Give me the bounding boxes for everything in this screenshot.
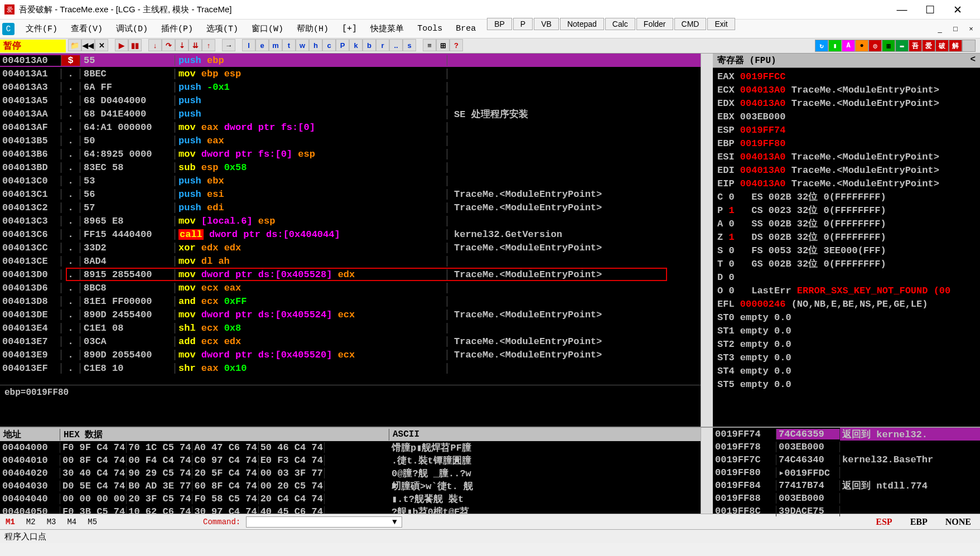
child-close-icon[interactable]: × bbox=[964, 22, 978, 36]
register-row[interactable]: EDI 004013A0 TraceMe.<ModuleEntryPoint> bbox=[717, 164, 976, 177]
disasm-row[interactable]: 004013D8.81E1 FF00000and ecx,0xFF bbox=[0, 294, 701, 308]
disasm-row[interactable]: 004013AF.64:A1 000000mov eax,dword ptr f… bbox=[0, 120, 701, 134]
disasm-row[interactable]: 004013A1.8BECmov ebp,esp bbox=[0, 67, 701, 80]
view-t[interactable]: t bbox=[282, 39, 296, 51]
dump-row[interactable]: 00404030D0 5E C4 74B0 AD 3E 7760 8F C4 7… bbox=[0, 480, 701, 492]
disasm-row[interactable]: 004013C6.FF15 4440400call dword ptr ds:[… bbox=[0, 228, 701, 241]
rewind-icon[interactable]: ◀◀ bbox=[81, 39, 95, 51]
rt-pink-icon[interactable]: A bbox=[842, 40, 855, 52]
reg-jump-EBP[interactable]: EBP bbox=[901, 516, 936, 528]
disasm-row[interactable]: 004013EF.C1E8 10shr eax,0x10 bbox=[0, 361, 701, 375]
view-w[interactable]: w bbox=[296, 39, 309, 51]
disasm-row[interactable]: 004013D0.8915 2855400mov dword ptr ds:[0… bbox=[0, 268, 701, 281]
register-row[interactable]: ECX 004013A0 TraceMe.<ModuleEntryPoint> bbox=[717, 84, 976, 97]
disasm-row[interactable]: 004013E4.C1E1 08shl ecx,0x8 bbox=[0, 321, 701, 335]
disasm-row[interactable]: 004013B6.64:8925 0000mov dword ptr fs:[0… bbox=[0, 147, 701, 161]
menu-view[interactable]: 查看(V) bbox=[64, 22, 109, 35]
disasm-row[interactable]: 004013B5.50push eax bbox=[0, 134, 701, 147]
stack-row[interactable]: 0019FF80▸0019FFDC bbox=[713, 466, 980, 479]
register-row[interactable]: ST4 empty 0.0 bbox=[717, 365, 976, 378]
view-l[interactable]: l bbox=[242, 39, 255, 51]
register-row[interactable]: EFL 00000246 (NO,NB,E,BE,NS,PE,GE,LE) bbox=[717, 298, 976, 311]
rt-blank-icon[interactable] bbox=[962, 40, 976, 52]
view-h[interactable]: h bbox=[309, 39, 322, 51]
register-row[interactable]: EBX 003EB000 bbox=[717, 110, 976, 124]
disasm-row[interactable]: 004013C3.8965 E8mov [local.6],esp bbox=[0, 214, 701, 228]
menu-debug[interactable]: 调试(D) bbox=[109, 22, 155, 35]
register-row[interactable]: C 0 ES 002B 32位 0(FFFFFFFF) bbox=[717, 191, 976, 204]
view-b[interactable]: b bbox=[363, 39, 376, 51]
disasm-row[interactable]: 004013C2.57push ediTraceMe.<ModuleEntryP… bbox=[0, 201, 701, 214]
dump-row[interactable]: 00404000F0 9F C4 7470 1C C5 74A0 47 C6 7… bbox=[0, 441, 701, 454]
disasm-row[interactable]: 004013DE.890D 2455400mov dword ptr ds:[0… bbox=[0, 308, 701, 321]
list-icon[interactable]: ≡ bbox=[423, 39, 436, 51]
disasm-row[interactable]: 004013A5.68 D0404000push 0x4040D0 bbox=[0, 94, 701, 107]
ext-notepad[interactable]: Notepad bbox=[560, 18, 604, 30]
ext-bp[interactable]: BP bbox=[487, 18, 512, 30]
scrollbar[interactable] bbox=[701, 54, 713, 427]
register-row[interactable]: EBP 0019FF80 bbox=[717, 137, 976, 151]
chevron-left-icon[interactable]: < bbox=[970, 55, 976, 66]
register-row[interactable]: ESI 004013A0 TraceMe.<ModuleEntryPoint> bbox=[717, 151, 976, 164]
rt-orange-icon[interactable]: ● bbox=[855, 40, 868, 52]
dump-row[interactable]: 0040402030 40 C4 7490 29 C5 7420 5F C4 7… bbox=[0, 467, 701, 480]
view-k[interactable]: k bbox=[349, 39, 363, 51]
stack-row[interactable]: 0019FF88003EB000 bbox=[713, 492, 980, 505]
view-r[interactable]: r bbox=[376, 39, 389, 51]
rt-green-icon[interactable]: ▮ bbox=[828, 40, 842, 52]
disasm-row[interactable]: 004013D6.8BC8mov ecx,eax bbox=[0, 281, 701, 294]
rt-mon-icon[interactable]: ▬ bbox=[895, 40, 909, 52]
stack-row[interactable]: 0019FF7474C46359返回到 kernel32. bbox=[713, 428, 980, 441]
disasm-row[interactable]: 004013CE.8AD4mov dl,ah bbox=[0, 254, 701, 268]
register-row[interactable]: EDX 004013A0 TraceMe.<ModuleEntryPoint> bbox=[717, 97, 976, 110]
command-input[interactable] bbox=[246, 516, 402, 528]
disasm-row[interactable]: 004013BD.83EC 58sub esp,0x58 bbox=[0, 161, 701, 174]
view-m[interactable]: m bbox=[269, 39, 282, 51]
ext-calc[interactable]: Calc bbox=[605, 18, 635, 30]
goto-icon[interactable]: → bbox=[222, 39, 235, 51]
stack-row[interactable]: 0019FF8477417B74返回到 ntdll.774 bbox=[713, 479, 980, 492]
help-icon[interactable]: ? bbox=[450, 39, 463, 51]
open-icon[interactable]: 📁 bbox=[68, 39, 81, 51]
stop-icon[interactable]: ✕ bbox=[95, 39, 108, 51]
rt-target-icon[interactable]: ◎ bbox=[868, 40, 882, 52]
dump-scrollbar[interactable] bbox=[701, 428, 713, 514]
ext-folder[interactable]: Folder bbox=[636, 18, 673, 30]
child-min-icon[interactable]: _ bbox=[933, 22, 947, 36]
step-into-icon[interactable]: ↓ bbox=[148, 39, 162, 51]
register-row[interactable]: ST2 empty 0.0 bbox=[717, 338, 976, 351]
rt-po-icon[interactable]: 破 bbox=[935, 40, 949, 52]
rt-jie-icon[interactable]: 解 bbox=[949, 40, 962, 52]
disasm-row[interactable]: 004013A0$55push ebp bbox=[0, 54, 701, 67]
dump-row[interactable]: 0040404000 00 00 0020 3F C5 74F0 58 C5 7… bbox=[0, 492, 701, 505]
disasm-row[interactable]: 004013C1.56push esiTraceMe.<ModuleEntryP… bbox=[0, 187, 701, 201]
register-row[interactable]: P 1 CS 0023 32位 0(FFFFFFFF) bbox=[717, 204, 976, 217]
close-button[interactable]: ✕ bbox=[951, 3, 964, 16]
rt-blue-icon[interactable]: ↻ bbox=[815, 40, 828, 52]
ext-exit[interactable]: Exit bbox=[707, 18, 735, 30]
rt-ai-icon[interactable]: 爱 bbox=[922, 40, 935, 52]
register-row[interactable]: O 0 LastErr ERROR_SXS_KEY_NOT_FOUND (00 bbox=[717, 284, 976, 298]
disasm-row[interactable]: 004013E9.890D 2055400mov dword ptr ds:[0… bbox=[0, 348, 701, 361]
register-row[interactable]: ST5 empty 0.0 bbox=[717, 378, 976, 391]
maximize-button[interactable]: ☐ bbox=[923, 3, 936, 16]
ext-p[interactable]: P bbox=[513, 18, 533, 30]
memslot-M1[interactable]: M1 bbox=[0, 516, 21, 528]
registers-pane[interactable]: EAX 0019FFCCECX 004013A0 TraceMe.<Module… bbox=[713, 68, 980, 427]
register-row[interactable]: D 0 bbox=[717, 271, 976, 284]
register-row[interactable]: S 0 FS 0053 32位 3EE000(FFF) bbox=[717, 244, 976, 258]
stack-row[interactable]: 0019FF78003EB000 bbox=[713, 441, 980, 453]
view-..[interactable]: .. bbox=[389, 39, 403, 51]
view-P[interactable]: P bbox=[336, 39, 349, 51]
register-row[interactable]: T 0 GS 002B 32位 0(FFFFFFFF) bbox=[717, 258, 976, 271]
dump-row[interactable]: 0040401000 8F C4 7400 F4 C4 74C0 97 C4 7… bbox=[0, 454, 701, 467]
view-c[interactable]: c bbox=[322, 39, 336, 51]
menu-plugin[interactable]: 插件(P) bbox=[155, 22, 200, 35]
step-over-icon[interactable]: ↷ bbox=[162, 39, 175, 51]
menu-quick[interactable]: 快捷菜单 bbox=[364, 22, 411, 35]
rt-chip-icon[interactable]: ▦ bbox=[882, 40, 895, 52]
memory-dump-pane[interactable]: 地址 HEX 数据 ASCII 00404000F0 9F C4 7470 1C… bbox=[0, 428, 701, 514]
register-row[interactable]: A 0 SS 002B 32位 0(FFFFFFFF) bbox=[717, 217, 976, 231]
register-row[interactable]: ST1 empty 0.0 bbox=[717, 325, 976, 338]
minimize-button[interactable]: — bbox=[895, 3, 909, 16]
